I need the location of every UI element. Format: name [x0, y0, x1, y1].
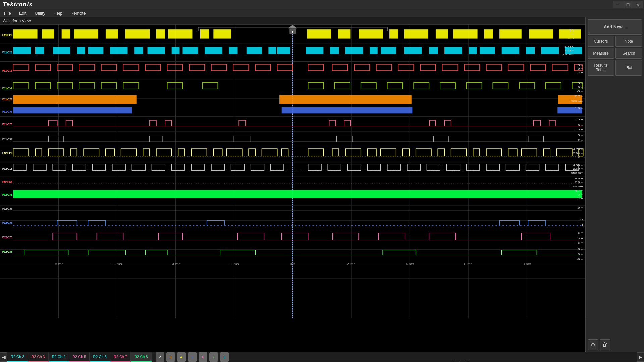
svg-rect-43 [213, 29, 231, 38]
svg-text:R1C1: R1C1 [2, 34, 12, 37]
svg-text:⋮: ⋮ [583, 143, 585, 147]
right-panel: Add New... Cursors Note Measure Search R… [585, 17, 644, 352]
svg-text:1.58 V: 1.58 V [564, 49, 575, 52]
tab-3[interactable]: 3 [166, 352, 175, 362]
svg-text:2 ms: 2 ms [347, 263, 356, 266]
cursors-button[interactable]: Cursors [588, 36, 614, 47]
svg-text:3 V: 3 V [578, 82, 584, 85]
svg-text:-6 V: -6 V [577, 242, 583, 244]
svg-rect-82 [444, 47, 462, 54]
tab-6[interactable]: 6 [199, 352, 207, 362]
cursors-note-row: Cursors Note [588, 36, 642, 47]
tab-8[interactable]: 8 [220, 352, 229, 362]
svg-text:0 V: 0 V [578, 124, 584, 126]
svg-rect-85 [502, 47, 519, 54]
tab-r2ch3[interactable]: R2 Ch 3 [28, 352, 48, 362]
svg-text:13: 13 [579, 218, 583, 221]
svg-text:6.6 V: 6.6 V [575, 177, 584, 180]
minimize-button[interactable]: ─ [613, 1, 623, 8]
svg-rect-147 [279, 95, 412, 104]
svg-text:R1C6: R1C6 [2, 110, 12, 113]
svg-text:1.8 V: 1.8 V [575, 107, 584, 109]
tab-2[interactable]: 2 [156, 352, 164, 362]
tab-r2ch5[interactable]: R2 Ch 5 [69, 352, 90, 362]
svg-text:0 V: 0 V [578, 193, 584, 196]
menu-remote[interactable]: Remote [66, 10, 90, 16]
trash-icon[interactable]: 🗑 [600, 339, 610, 350]
svg-rect-60 [13, 47, 31, 54]
menu-help[interactable]: Help [49, 10, 66, 16]
add-new-button[interactable]: Add New... [588, 19, 642, 35]
search-button[interactable]: Search [615, 48, 642, 59]
menu-edit[interactable]: Edit [15, 10, 31, 16]
menu-bar: File Edit Utility Help Remote [0, 9, 644, 17]
svg-rect-53 [529, 29, 553, 38]
close-button[interactable]: ✕ [633, 1, 643, 8]
svg-text:R1C7: R1C7 [2, 123, 12, 126]
results-table-button[interactable]: Results Table [588, 60, 614, 76]
svg-text:-2 ms: -2 ms [229, 263, 239, 266]
svg-rect-66 [134, 47, 143, 54]
svg-rect-61 [35, 47, 44, 54]
tab-r2ch4[interactable]: R2 Ch 4 [49, 352, 69, 362]
svg-text:4.7 V: 4.7 V [575, 190, 584, 192]
svg-text:R1C8: R1C8 [2, 138, 12, 141]
tab-4[interactable]: 4 [177, 352, 186, 362]
waveform-title: Waveform View [3, 19, 31, 23]
svg-text:4.70 V: 4.70 V [573, 148, 583, 150]
svg-rect-83 [469, 47, 477, 54]
svg-rect-81 [429, 47, 438, 54]
svg-rect-63 [77, 47, 85, 54]
results-plot-row: Results Table Plot [588, 60, 642, 76]
svg-rect-67 [148, 47, 165, 54]
plot-button[interactable]: Plot [615, 60, 642, 76]
svg-rect-50 [453, 29, 477, 38]
next-channel-arrow[interactable]: ▶ [637, 352, 644, 362]
menu-file[interactable]: File [0, 10, 15, 16]
maximize-button[interactable]: □ [623, 1, 633, 8]
svg-text:-8 ms: -8 ms [54, 263, 63, 266]
svg-text:0 V: 0 V [578, 237, 584, 240]
bottom-area: ◀ R2 Ch 2 R2 Ch 3 R2 Ch 4 R2 Ch 5 R2 Ch … [0, 352, 644, 362]
svg-rect-34 [13, 29, 37, 38]
title-bar: Tektronix ─ □ ✕ [0, 0, 644, 9]
channel-tabs: ◀ R2 Ch 2 R2 Ch 3 R2 Ch 4 R2 Ch 5 R2 Ch … [0, 352, 644, 362]
svg-rect-76 [330, 47, 339, 54]
svg-rect-241 [13, 190, 582, 198]
svg-text:6 V: 6 V [578, 231, 584, 234]
prev-channel-arrow[interactable]: ◀ [0, 352, 7, 362]
svg-text:2.7 V: 2.7 V [575, 95, 584, 98]
svg-rect-51 [484, 29, 493, 38]
tab-r2ch8[interactable]: R2 Ch 8 [131, 352, 151, 362]
svg-text:-4 ms: -4 ms [171, 263, 180, 266]
svg-rect-70 [205, 47, 222, 54]
svg-rect-48 [404, 29, 428, 38]
acquisition-settings-icon[interactable]: ⚙ [588, 339, 598, 350]
tab-7[interactable]: 7 [209, 352, 218, 362]
svg-text:R2C6: R2C6 [2, 221, 12, 224]
svg-text:-3 V: -3 V [577, 90, 583, 93]
tab-r2ch2[interactable]: R2 Ch 2 [7, 352, 28, 362]
svg-text:R2C4: R2C4 [2, 193, 12, 196]
svg-rect-75 [306, 47, 323, 54]
svg-text:2.60 V: 2.60 V [573, 168, 583, 170]
note-button[interactable]: Note [615, 36, 642, 47]
measure-search-row: Measure Search [588, 48, 642, 59]
svg-rect-35 [42, 29, 54, 38]
svg-text:R2C2: R2C2 [2, 167, 12, 170]
measure-button[interactable]: Measure [588, 48, 614, 59]
menu-utility[interactable]: Utility [31, 10, 49, 16]
svg-text:0 V: 0 V [578, 86, 584, 88]
waveform-svg[interactable]: T [0, 25, 585, 318]
svg-rect-44 [307, 29, 331, 38]
svg-text:3 V: 3 V [569, 29, 575, 32]
svg-rect-86 [526, 47, 535, 54]
svg-text:790 mV: 790 mV [562, 53, 575, 56]
svg-text:2 V: 2 V [578, 139, 584, 142]
svg-text:-3 V: -3 V [577, 71, 583, 74]
tab-r2ch7[interactable]: R2 Ch 7 [110, 352, 131, 362]
tab-r2ch6[interactable]: R2 Ch 6 [90, 352, 110, 362]
svg-text:4.55 V: 4.55 V [573, 164, 583, 166]
svg-text:0 V: 0 V [569, 33, 575, 36]
tab-5[interactable]: 5 [188, 352, 197, 362]
